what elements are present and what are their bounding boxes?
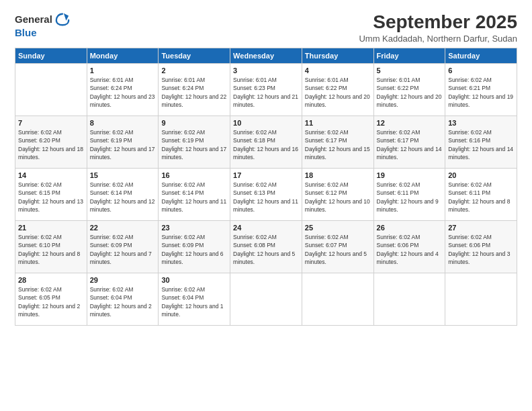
cell-info: Sunrise: 6:02 AMSunset: 6:06 PMDaylight:… — [377, 234, 439, 265]
day-number: 9 — [161, 119, 227, 127]
week-row-3: 21Sunrise: 6:02 AMSunset: 6:10 PMDayligh… — [15, 220, 517, 273]
calendar-cell: 26Sunrise: 6:02 AMSunset: 6:06 PMDayligh… — [373, 220, 445, 273]
day-number: 11 — [305, 119, 371, 127]
day-number: 16 — [161, 171, 227, 179]
day-number: 12 — [377, 119, 443, 127]
day-number: 4 — [305, 66, 371, 75]
calendar-cell: 11Sunrise: 6:02 AMSunset: 6:17 PMDayligh… — [302, 116, 373, 168]
calendar-cell: 30Sunrise: 6:02 AMSunset: 6:04 PMDayligh… — [159, 273, 230, 325]
calendar-cell: 18Sunrise: 6:02 AMSunset: 6:12 PMDayligh… — [302, 168, 373, 220]
cell-info: Sunrise: 6:02 AMSunset: 6:11 PMDaylight:… — [448, 181, 510, 213]
calendar-cell — [445, 273, 517, 325]
cell-info: Sunrise: 6:02 AMSunset: 6:07 PMDaylight:… — [305, 234, 367, 265]
calendar-cell: 25Sunrise: 6:02 AMSunset: 6:07 PMDayligh… — [302, 220, 373, 273]
calendar-cell: 12Sunrise: 6:02 AMSunset: 6:17 PMDayligh… — [373, 116, 445, 168]
calendar-cell: 1Sunrise: 6:01 AMSunset: 6:24 PMDaylight… — [87, 63, 159, 116]
cell-info: Sunrise: 6:02 AMSunset: 6:21 PMDaylight:… — [448, 77, 513, 108]
calendar-cell: 27Sunrise: 6:02 AMSunset: 6:06 PMDayligh… — [445, 220, 517, 273]
calendar-cell: 13Sunrise: 6:02 AMSunset: 6:16 PMDayligh… — [445, 116, 517, 168]
day-number: 23 — [161, 224, 227, 232]
logo-blue: Blue — [15, 27, 37, 38]
cell-info: Sunrise: 6:02 AMSunset: 6:04 PMDaylight:… — [161, 286, 223, 318]
day-number: 3 — [233, 66, 299, 75]
day-number: 26 — [377, 224, 443, 232]
title-area: September 2025 Umm Kaddadah, Northern Da… — [359, 12, 517, 44]
cell-info: Sunrise: 6:02 AMSunset: 6:09 PMDaylight:… — [161, 234, 223, 265]
cell-info: Sunrise: 6:02 AMSunset: 6:17 PMDaylight:… — [305, 129, 370, 161]
calendar-cell: 29Sunrise: 6:02 AMSunset: 6:04 PMDayligh… — [87, 273, 159, 325]
cell-info: Sunrise: 6:02 AMSunset: 6:15 PMDaylight:… — [18, 181, 83, 213]
cell-info: Sunrise: 6:02 AMSunset: 6:10 PMDaylight:… — [18, 234, 80, 265]
day-number: 29 — [90, 276, 156, 284]
calendar-cell: 4Sunrise: 6:01 AMSunset: 6:22 PMDaylight… — [302, 63, 373, 116]
day-number: 15 — [90, 171, 156, 179]
day-number: 14 — [18, 171, 84, 179]
calendar-cell: 2Sunrise: 6:01 AMSunset: 6:24 PMDaylight… — [159, 63, 230, 116]
cell-info: Sunrise: 6:01 AMSunset: 6:22 PMDaylight:… — [305, 77, 370, 108]
cell-info: Sunrise: 6:02 AMSunset: 6:16 PMDaylight:… — [448, 129, 513, 161]
day-number: 1 — [90, 66, 156, 75]
day-number: 8 — [90, 119, 156, 127]
calendar-cell: 10Sunrise: 6:02 AMSunset: 6:18 PMDayligh… — [230, 116, 302, 168]
calendar-cell — [373, 273, 445, 325]
day-number: 22 — [90, 224, 156, 232]
day-number: 2 — [161, 66, 227, 75]
day-number: 27 — [448, 224, 514, 232]
day-number: 5 — [377, 66, 443, 75]
calendar-cell: 22Sunrise: 6:02 AMSunset: 6:09 PMDayligh… — [87, 220, 159, 273]
day-number: 18 — [305, 171, 371, 179]
month-title: September 2025 — [359, 12, 517, 33]
calendar-cell: 9Sunrise: 6:02 AMSunset: 6:19 PMDaylight… — [159, 116, 230, 168]
calendar-cell: 28Sunrise: 6:02 AMSunset: 6:05 PMDayligh… — [15, 273, 87, 325]
calendar-cell — [15, 63, 87, 116]
day-number: 20 — [448, 171, 514, 179]
calendar-cell: 17Sunrise: 6:02 AMSunset: 6:13 PMDayligh… — [230, 168, 302, 220]
calendar-cell: 20Sunrise: 6:02 AMSunset: 6:11 PMDayligh… — [445, 168, 517, 220]
header-area: General Blue September 2025 Umm Kaddadah… — [15, 12, 517, 44]
calendar-cell: 21Sunrise: 6:02 AMSunset: 6:10 PMDayligh… — [15, 220, 87, 273]
day-number: 10 — [233, 119, 299, 127]
cell-info: Sunrise: 6:01 AMSunset: 6:24 PMDaylight:… — [161, 77, 226, 108]
cell-info: Sunrise: 6:02 AMSunset: 6:05 PMDaylight:… — [18, 286, 80, 318]
cell-info: Sunrise: 6:01 AMSunset: 6:23 PMDaylight:… — [233, 77, 298, 108]
cell-info: Sunrise: 6:02 AMSunset: 6:19 PMDaylight:… — [161, 129, 226, 161]
location-subtitle: Umm Kaddadah, Northern Darfur, Sudan — [359, 34, 517, 44]
col-friday: Friday — [373, 48, 445, 63]
day-number: 28 — [18, 276, 84, 284]
week-row-0: 1Sunrise: 6:01 AMSunset: 6:24 PMDaylight… — [15, 63, 517, 116]
calendar-cell: 15Sunrise: 6:02 AMSunset: 6:14 PMDayligh… — [87, 168, 159, 220]
cell-info: Sunrise: 6:02 AMSunset: 6:11 PMDaylight:… — [377, 181, 439, 213]
day-number: 6 — [448, 66, 514, 75]
calendar-cell: 19Sunrise: 6:02 AMSunset: 6:11 PMDayligh… — [373, 168, 445, 220]
logo-general: General — [15, 14, 52, 26]
calendar-cell: 8Sunrise: 6:02 AMSunset: 6:19 PMDaylight… — [87, 116, 159, 168]
calendar-table: Sunday Monday Tuesday Wednesday Thursday… — [15, 48, 517, 326]
col-thursday: Thursday — [302, 48, 373, 63]
col-monday: Monday — [87, 48, 159, 63]
header-row: Sunday Monday Tuesday Wednesday Thursday… — [15, 48, 517, 63]
cell-info: Sunrise: 6:02 AMSunset: 6:20 PMDaylight:… — [18, 129, 83, 161]
day-number: 21 — [18, 224, 84, 232]
col-sunday: Sunday — [15, 48, 87, 63]
cell-info: Sunrise: 6:02 AMSunset: 6:18 PMDaylight:… — [233, 129, 298, 161]
logo: General Blue — [15, 12, 70, 39]
week-row-2: 14Sunrise: 6:02 AMSunset: 6:15 PMDayligh… — [15, 168, 517, 220]
day-number: 19 — [377, 171, 443, 179]
cell-info: Sunrise: 6:02 AMSunset: 6:09 PMDaylight:… — [90, 234, 152, 265]
col-wednesday: Wednesday — [230, 48, 302, 63]
calendar-cell: 3Sunrise: 6:01 AMSunset: 6:23 PMDaylight… — [230, 63, 302, 116]
day-number: 13 — [448, 119, 514, 127]
cell-info: Sunrise: 6:02 AMSunset: 6:06 PMDaylight:… — [448, 234, 510, 265]
calendar-cell — [230, 273, 302, 325]
calendar-cell: 16Sunrise: 6:02 AMSunset: 6:14 PMDayligh… — [159, 168, 230, 220]
day-number: 30 — [161, 276, 227, 284]
day-number: 7 — [18, 119, 84, 127]
calendar-cell: 14Sunrise: 6:02 AMSunset: 6:15 PMDayligh… — [15, 168, 87, 220]
cell-info: Sunrise: 6:02 AMSunset: 6:19 PMDaylight:… — [90, 129, 155, 161]
calendar-cell: 5Sunrise: 6:01 AMSunset: 6:22 PMDaylight… — [373, 63, 445, 116]
day-number: 17 — [233, 171, 299, 179]
calendar-cell: 24Sunrise: 6:02 AMSunset: 6:08 PMDayligh… — [230, 220, 302, 273]
week-row-4: 28Sunrise: 6:02 AMSunset: 6:05 PMDayligh… — [15, 273, 517, 325]
cell-info: Sunrise: 6:02 AMSunset: 6:13 PMDaylight:… — [233, 181, 298, 213]
cell-info: Sunrise: 6:01 AMSunset: 6:24 PMDaylight:… — [90, 77, 155, 108]
